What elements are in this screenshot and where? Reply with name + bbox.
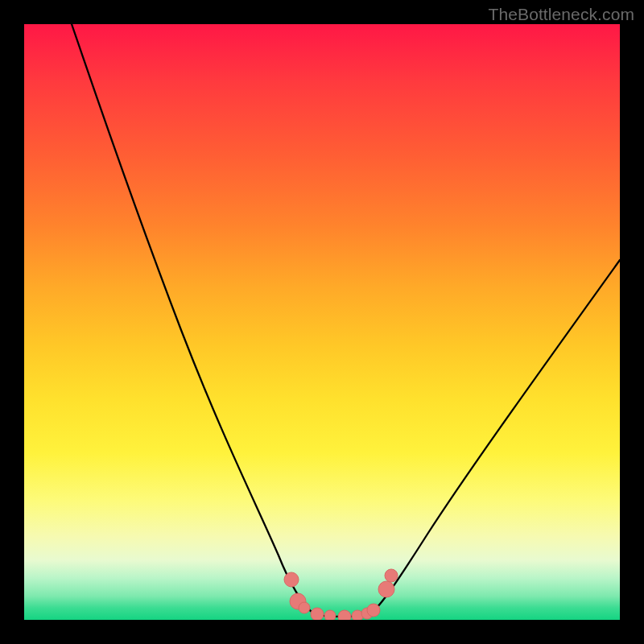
marker-point	[311, 608, 324, 620]
chart-frame: TheBottleneck.com	[0, 0, 644, 644]
marker-point	[385, 569, 398, 582]
marker-point	[324, 610, 336, 620]
valley-markers	[284, 569, 398, 620]
watermark-text: TheBottleneck.com	[489, 5, 634, 24]
curve-lines	[72, 24, 620, 617]
right-branch-path	[370, 260, 620, 614]
marker-point	[378, 581, 394, 597]
plot-area	[24, 24, 620, 620]
marker-point	[367, 604, 380, 617]
curve-svg	[24, 24, 620, 620]
marker-point	[338, 610, 351, 620]
left-branch-path	[72, 24, 314, 614]
marker-point	[284, 572, 299, 587]
marker-point	[299, 602, 310, 613]
